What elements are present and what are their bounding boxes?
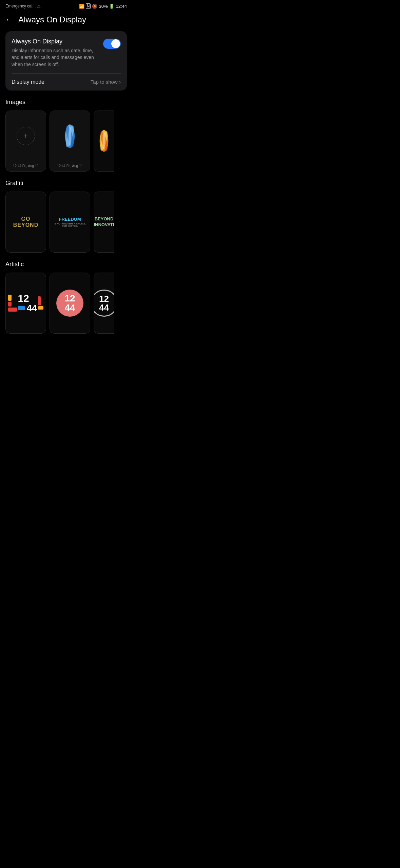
aod-card: Always On Display Display information su…: [5, 31, 127, 91]
status-right-group: 📶 N 🔕 30% 🔋 12:44: [79, 3, 127, 9]
graffiti-gobeyond-card[interactable]: GO BEYOND: [5, 192, 46, 253]
graffiti-section-label: Graffiti: [0, 180, 132, 192]
block-right-yellow: [38, 306, 43, 310]
images-grid: + 12:44 Fri, Aug 11 12:44 Fri, Aug 11: [0, 111, 132, 180]
images-section-label: Images: [0, 99, 132, 111]
ring-numbers: 12 44: [99, 294, 109, 312]
right-blocks: [38, 296, 43, 310]
battery-icon: 🔋: [109, 4, 114, 9]
block-yellow-top: [8, 295, 12, 301]
display-mode-row[interactable]: Display mode Tap to show ›: [12, 74, 121, 91]
numbers-group: 12 44: [18, 293, 37, 313]
status-emergency: Emergency cal... ⚠: [5, 4, 41, 8]
minute-row: 44: [18, 303, 37, 313]
aod-toggle[interactable]: [103, 39, 121, 49]
chevron-right-icon: ›: [119, 79, 121, 85]
block-right-red: [38, 296, 41, 305]
block-blue: [18, 306, 25, 310]
artistic-ring-card[interactable]: 12 44: [94, 273, 114, 334]
circle-clock: 12 44: [56, 290, 83, 317]
block-red-mid: [8, 302, 12, 307]
graffiti-grid: GO BEYOND FREEDOM IS NOTHING BUT A CHOIC…: [0, 192, 132, 261]
left-blocks: [8, 295, 17, 312]
ring-hour: 12: [99, 294, 109, 303]
display-mode-action[interactable]: Tap to show ›: [91, 79, 121, 85]
toggle-knob: [111, 39, 120, 48]
circle-minute: 44: [64, 303, 75, 313]
page-title: Always On Display: [18, 15, 86, 24]
aod-card-desc: Display information such as date, time, …: [12, 47, 99, 68]
ring-clock: 12 44: [94, 290, 114, 317]
svg-point-3: [69, 126, 71, 146]
circle-numbers: 12 44: [64, 294, 75, 313]
image-time-0: 12:44 Fri, Aug 11: [13, 164, 39, 168]
feather-blue-icon: [60, 123, 80, 150]
artistic-circle-card[interactable]: 12 44: [50, 273, 90, 334]
add-icon: +: [17, 127, 35, 145]
beyond-innovat-text: BEYONDINNOVATI: [94, 216, 114, 228]
display-mode-label: Display mode: [12, 79, 44, 85]
go-beyond-text: GO BEYOND: [6, 216, 46, 228]
artistic-section-label: Artistic: [0, 261, 132, 273]
minute-number: 44: [26, 303, 37, 313]
blocks-clock: 12 44: [7, 292, 44, 314]
aod-card-top: Always On Display Display information su…: [12, 38, 121, 68]
status-bar: Emergency cal... ⚠ 📶 N 🔕 30% 🔋 12:44: [0, 0, 132, 11]
clock: 12:44: [116, 4, 127, 9]
page-header: ← Always On Display: [0, 11, 132, 31]
tap-to-show-label: Tap to show: [91, 79, 118, 85]
aod-text-group: Always On Display Display information su…: [12, 38, 99, 68]
graffiti-freedom-card[interactable]: FREEDOM IS NOTHING BUT A CHOICE. FOR BET…: [50, 192, 90, 253]
artistic-grid: 12 44 12 44: [0, 273, 132, 342]
ring-minute: 44: [99, 303, 109, 312]
feather-gold-icon: [95, 128, 113, 154]
mute-icon: 🔕: [92, 4, 97, 9]
circle-hour: 12: [64, 294, 75, 303]
image-feather-blue-card[interactable]: 12:44 Fri, Aug 11: [50, 111, 90, 172]
nfc-icon: N: [86, 3, 91, 9]
artistic-blocks-card[interactable]: 12 44: [5, 273, 46, 334]
wifi-icon: 📶: [79, 4, 84, 9]
back-button[interactable]: ←: [5, 15, 13, 24]
aod-card-title: Always On Display: [12, 38, 99, 45]
block-red-bot: [8, 308, 17, 312]
freedom-text: FREEDOM IS NOTHING BUT A CHOICE. FOR BET…: [50, 217, 90, 227]
svg-point-7: [103, 132, 105, 150]
hour-number: 12: [18, 293, 29, 303]
image-add-card[interactable]: + 12:44 Fri, Aug 11: [5, 111, 46, 172]
image-feather-gold-card[interactable]: [94, 111, 114, 172]
graffiti-beyond-card[interactable]: BEYONDINNOVATI: [94, 192, 114, 253]
battery-percent: 30%: [99, 4, 108, 9]
image-time-1: 12:44 Fri, Aug 11: [57, 164, 83, 168]
